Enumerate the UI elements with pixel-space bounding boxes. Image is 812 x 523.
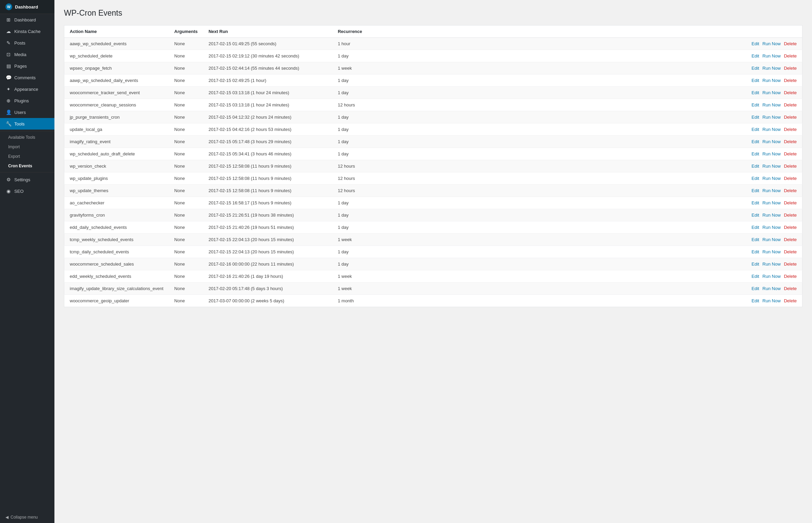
edit-link[interactable]: Edit: [751, 286, 759, 291]
edit-link[interactable]: Edit: [751, 249, 759, 254]
sidebar-item-settings[interactable]: ⚙Settings: [0, 174, 54, 185]
run-now-link[interactable]: Run Now: [762, 164, 780, 169]
collapse-menu-button[interactable]: ◀ Collapse menu: [0, 511, 54, 523]
edit-link[interactable]: Edit: [751, 90, 759, 95]
table-row: wp_scheduled_auto_draft_delete None 2017…: [64, 148, 802, 160]
run-now-link[interactable]: Run Now: [762, 225, 780, 230]
delete-link[interactable]: Delete: [784, 298, 797, 303]
sidebar-logo[interactable]: W Dashboard: [0, 0, 54, 14]
sidebar: W Dashboard ⊞Dashboard☁Kinsta Cache✎Post…: [0, 0, 54, 523]
run-now-link[interactable]: Run Now: [762, 176, 780, 181]
edit-link[interactable]: Edit: [751, 78, 759, 83]
edit-link[interactable]: Edit: [751, 151, 759, 156]
edit-link[interactable]: Edit: [751, 237, 759, 242]
wordpress-icon: W: [5, 3, 12, 10]
run-now-link[interactable]: Run Now: [762, 237, 780, 242]
delete-link[interactable]: Delete: [784, 102, 797, 107]
delete-link[interactable]: Delete: [784, 249, 797, 254]
collapse-icon: ◀: [5, 515, 9, 520]
nav-divider-tools: [0, 131, 54, 131]
cell-recurrence: 1 week: [332, 62, 373, 74]
sidebar-item-label-posts: Posts: [14, 40, 26, 46]
delete-link[interactable]: Delete: [784, 53, 797, 58]
cell-next-run: 2017-02-16 00:00:00 (22 hours 11 minutes…: [203, 258, 332, 270]
run-now-link[interactable]: Run Now: [762, 213, 780, 218]
sidebar-item-pages[interactable]: ▤Pages: [0, 60, 54, 72]
edit-link[interactable]: Edit: [751, 176, 759, 181]
run-now-link[interactable]: Run Now: [762, 286, 780, 291]
delete-link[interactable]: Delete: [784, 78, 797, 83]
run-now-link[interactable]: Run Now: [762, 115, 780, 120]
edit-link[interactable]: Edit: [751, 164, 759, 169]
delete-link[interactable]: Delete: [784, 200, 797, 205]
run-now-link[interactable]: Run Now: [762, 66, 780, 71]
run-now-link[interactable]: Run Now: [762, 102, 780, 107]
delete-link[interactable]: Delete: [784, 115, 797, 120]
run-now-link[interactable]: Run Now: [762, 249, 780, 254]
sidebar-item-kinsta-cache[interactable]: ☁Kinsta Cache: [0, 26, 54, 37]
dashboard-link[interactable]: Dashboard: [15, 4, 38, 10]
cell-args: None: [169, 172, 203, 184]
delete-link[interactable]: Delete: [784, 274, 797, 279]
delete-link[interactable]: Delete: [784, 176, 797, 181]
edit-link[interactable]: Edit: [751, 213, 759, 218]
sidebar-sub-item-export[interactable]: Export: [0, 152, 54, 161]
run-now-link[interactable]: Run Now: [762, 139, 780, 144]
run-now-link[interactable]: Run Now: [762, 274, 780, 279]
sidebar-sub-item-import[interactable]: Import: [0, 142, 54, 152]
run-now-link[interactable]: Run Now: [762, 127, 780, 132]
edit-link[interactable]: Edit: [751, 127, 759, 132]
delete-link[interactable]: Delete: [784, 164, 797, 169]
cell-args: None: [169, 160, 203, 172]
run-now-link[interactable]: Run Now: [762, 151, 780, 156]
edit-link[interactable]: Edit: [751, 274, 759, 279]
delete-link[interactable]: Delete: [784, 237, 797, 242]
edit-link[interactable]: Edit: [751, 298, 759, 303]
delete-link[interactable]: Delete: [784, 188, 797, 193]
edit-link[interactable]: Edit: [751, 53, 759, 58]
delete-link[interactable]: Delete: [784, 90, 797, 95]
run-now-link[interactable]: Run Now: [762, 262, 780, 267]
edit-link[interactable]: Edit: [751, 200, 759, 205]
sidebar-sub-item-cron-events[interactable]: Cron Events: [0, 161, 54, 171]
run-now-link[interactable]: Run Now: [762, 41, 780, 46]
edit-link[interactable]: Edit: [751, 188, 759, 193]
sidebar-item-posts[interactable]: ✎Posts: [0, 37, 54, 49]
sidebar-sub-item-available-tools[interactable]: Available Tools: [0, 133, 54, 142]
delete-link[interactable]: Delete: [784, 41, 797, 46]
run-now-link[interactable]: Run Now: [762, 90, 780, 95]
edit-link[interactable]: Edit: [751, 139, 759, 144]
edit-link[interactable]: Edit: [751, 262, 759, 267]
dashboard-icon: ⊞: [5, 17, 12, 22]
delete-link[interactable]: Delete: [784, 127, 797, 132]
comments-icon: 💬: [5, 75, 12, 80]
sidebar-item-dashboard[interactable]: ⊞Dashboard: [0, 14, 54, 26]
edit-link[interactable]: Edit: [751, 225, 759, 230]
delete-link[interactable]: Delete: [784, 151, 797, 156]
delete-link[interactable]: Delete: [784, 286, 797, 291]
run-now-link[interactable]: Run Now: [762, 200, 780, 205]
cell-args: None: [169, 148, 203, 160]
edit-link[interactable]: Edit: [751, 41, 759, 46]
sidebar-item-appearance[interactable]: ✦Appearance: [0, 83, 54, 95]
edit-link[interactable]: Edit: [751, 102, 759, 107]
sidebar-item-tools[interactable]: 🔧Tools: [0, 118, 54, 130]
delete-link[interactable]: Delete: [784, 139, 797, 144]
delete-link[interactable]: Delete: [784, 225, 797, 230]
sidebar-item-seo[interactable]: ◉SEO: [0, 185, 54, 197]
run-now-link[interactable]: Run Now: [762, 188, 780, 193]
delete-link[interactable]: Delete: [784, 213, 797, 218]
sidebar-item-label-kinsta-cache: Kinsta Cache: [14, 29, 40, 34]
run-now-link[interactable]: Run Now: [762, 78, 780, 83]
run-now-link[interactable]: Run Now: [762, 298, 780, 303]
cell-next-run: 2017-02-16 21:40:26 (1 day 19 hours): [203, 270, 332, 282]
delete-link[interactable]: Delete: [784, 262, 797, 267]
sidebar-item-plugins[interactable]: ⊕Plugins: [0, 95, 54, 106]
sidebar-item-users[interactable]: 👤Users: [0, 106, 54, 118]
edit-link[interactable]: Edit: [751, 115, 759, 120]
edit-link[interactable]: Edit: [751, 66, 759, 71]
delete-link[interactable]: Delete: [784, 66, 797, 71]
run-now-link[interactable]: Run Now: [762, 53, 780, 58]
sidebar-item-comments[interactable]: 💬Comments: [0, 72, 54, 83]
sidebar-item-media[interactable]: ⊡Media: [0, 49, 54, 60]
